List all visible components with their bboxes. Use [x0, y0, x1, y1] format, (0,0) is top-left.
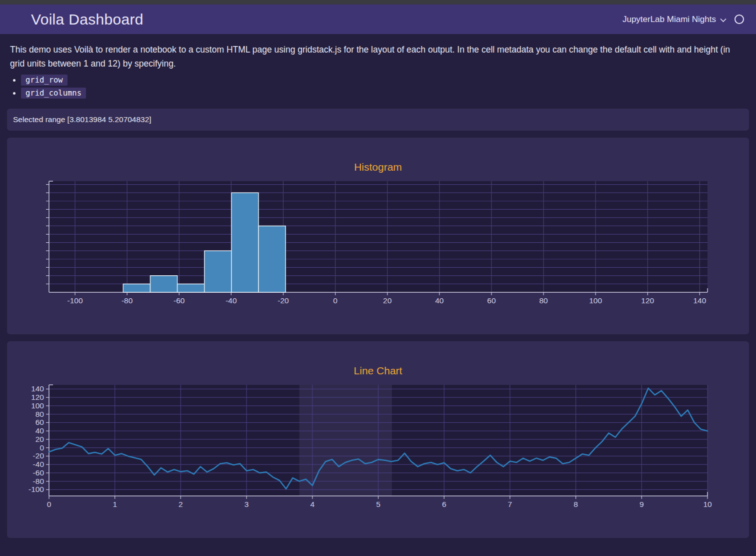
- intro-bullet-list: grid_row grid_columns: [21, 76, 746, 98]
- list-item: grid_row: [21, 76, 746, 85]
- selected-range-text: Selected range [3.8013984 5.20704832]: [13, 115, 152, 124]
- list-item: grid_columns: [21, 89, 746, 98]
- kernel-status-icon[interactable]: [734, 15, 744, 24]
- svg-text:3: 3: [244, 500, 249, 508]
- svg-text:-60: -60: [33, 468, 44, 477]
- svg-text:20: 20: [383, 296, 392, 305]
- svg-text:-20: -20: [278, 296, 289, 305]
- page-title: Voila Dashboard: [31, 11, 144, 28]
- svg-text:100: 100: [31, 401, 44, 410]
- svg-text:-80: -80: [33, 477, 44, 485]
- svg-text:120: 120: [641, 296, 654, 305]
- svg-text:9: 9: [640, 500, 644, 508]
- svg-text:80: 80: [36, 410, 44, 418]
- svg-text:-20: -20: [33, 451, 44, 460]
- svg-text:10: 10: [703, 500, 712, 508]
- line-chart-figure[interactable]: 012345678910-100-80-60-40-20020406080100…: [7, 381, 749, 531]
- histogram-panel: Histogram -100-80-60-40-2002040608010012…: [7, 138, 749, 334]
- intro-section: This demo uses Voilà to render a noteboo…: [0, 43, 756, 98]
- svg-text:-100: -100: [68, 296, 83, 305]
- svg-text:0: 0: [40, 443, 44, 452]
- svg-text:40: 40: [435, 296, 444, 305]
- dashboard-body: This demo uses Voilà to render a noteboo…: [0, 43, 756, 538]
- code-chip-grid-row: grid_row: [21, 75, 68, 86]
- svg-text:140: 140: [693, 296, 706, 305]
- svg-text:8: 8: [574, 500, 578, 508]
- svg-text:4: 4: [310, 500, 314, 508]
- selected-range-output: Selected range [3.8013984 5.20704832]: [7, 109, 749, 131]
- svg-text:140: 140: [31, 384, 44, 393]
- svg-text:60: 60: [36, 418, 44, 426]
- svg-text:1: 1: [112, 500, 117, 508]
- svg-text:7: 7: [508, 500, 512, 508]
- svg-text:-60: -60: [174, 296, 185, 305]
- svg-text:20: 20: [36, 435, 44, 443]
- histogram-title: Histogram: [7, 138, 749, 174]
- svg-text:5: 5: [376, 500, 380, 508]
- histogram-figure[interactable]: -100-80-60-40-20020406080100120140: [7, 177, 749, 327]
- window-top-strip: [0, 0, 756, 5]
- svg-text:-80: -80: [122, 296, 133, 305]
- svg-text:60: 60: [487, 296, 496, 305]
- chevron-down-icon: [720, 18, 726, 23]
- theme-selector[interactable]: JupyterLab Miami Nights: [622, 15, 726, 25]
- svg-text:0: 0: [333, 296, 338, 305]
- svg-text:6: 6: [442, 500, 446, 508]
- svg-text:40: 40: [36, 426, 44, 435]
- svg-text:100: 100: [589, 296, 602, 305]
- svg-text:-40: -40: [33, 460, 44, 468]
- svg-text:-40: -40: [226, 296, 237, 305]
- svg-text:2: 2: [178, 500, 183, 508]
- intro-paragraph: This demo uses Voilà to render a noteboo…: [10, 43, 744, 71]
- svg-text:120: 120: [31, 393, 44, 401]
- line-chart-panel: Line Chart 012345678910-100-80-60-40-200…: [7, 341, 749, 538]
- svg-text:0: 0: [47, 500, 52, 508]
- app-header: Voila Dashboard JupyterLab Miami Nights: [0, 5, 756, 34]
- code-chip-grid-columns: grid_columns: [21, 88, 86, 99]
- svg-text:80: 80: [539, 296, 548, 305]
- header-right: JupyterLab Miami Nights: [622, 15, 744, 25]
- theme-selector-label: JupyterLab Miami Nights: [622, 15, 716, 25]
- svg-text:-100: -100: [28, 485, 44, 493]
- line-chart-title: Line Chart: [7, 341, 749, 377]
